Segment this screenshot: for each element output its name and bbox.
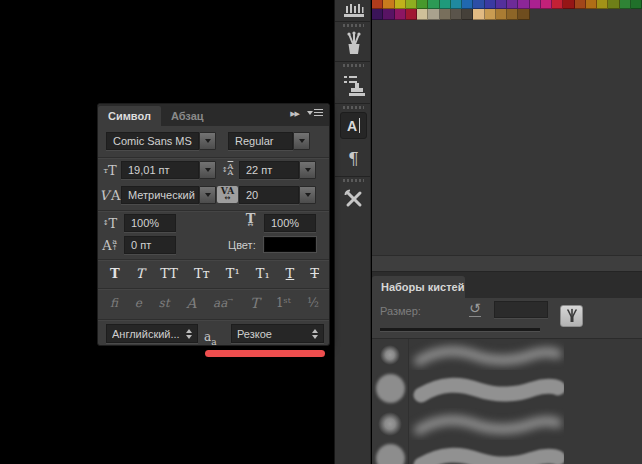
- superscript-button[interactable]: T¹: [226, 264, 240, 284]
- horizontal-scale-field[interactable]: 100%: [264, 214, 316, 232]
- brush-presets-dock-icon[interactable]: [335, 1, 372, 20]
- discretionary-ligatures-button[interactable]: st: [159, 296, 170, 310]
- color-swatch[interactable]: [383, 9, 394, 20]
- faux-italic-button[interactable]: T: [136, 264, 145, 284]
- brush-panel-dock-icon[interactable]: [335, 30, 372, 58]
- color-swatch[interactable]: [507, 9, 518, 20]
- color-swatch[interactable]: [473, 0, 484, 9]
- kerning-icon[interactable]: VA: [100, 186, 120, 204]
- brush-size-slider[interactable]: [380, 328, 540, 331]
- color-swatch[interactable]: [440, 9, 451, 20]
- color-swatch[interactable]: [372, 9, 383, 20]
- font-style-field[interactable]: Regular: [228, 132, 293, 150]
- paragraph-panel-dock-icon[interactable]: ¶: [335, 145, 372, 171]
- text-color-swatch[interactable]: [264, 237, 316, 252]
- tracking-dropdown-button[interactable]: [299, 186, 316, 204]
- leading-icon[interactable]: ↕AA: [217, 160, 238, 179]
- faux-bold-button[interactable]: T: [110, 264, 120, 284]
- titling-alternates-button[interactable]: T: [250, 295, 259, 311]
- subscript-button[interactable]: T₁: [256, 264, 270, 284]
- ligatures-button[interactable]: fi: [110, 296, 118, 310]
- color-swatch[interactable]: [530, 0, 541, 9]
- color-swatch[interactable]: [395, 0, 406, 9]
- underline-button[interactable]: T: [286, 264, 295, 284]
- brush-preset-row[interactable]: [372, 339, 642, 370]
- color-swatch[interactable]: [496, 0, 507, 9]
- color-swatch[interactable]: [406, 0, 417, 9]
- color-swatch[interactable]: [395, 9, 406, 20]
- font-size-field[interactable]: 19,01 пт: [121, 161, 199, 179]
- color-swatch[interactable]: [507, 0, 518, 9]
- character-panel-dock-icon[interactable]: A: [340, 112, 367, 139]
- kerning-field[interactable]: Метрический: [121, 186, 199, 204]
- color-swatch[interactable]: [518, 9, 529, 20]
- color-swatch[interactable]: [451, 9, 462, 20]
- brush-preset-row[interactable]: [372, 370, 642, 407]
- color-swatch[interactable]: [485, 9, 496, 20]
- color-swatch[interactable]: [451, 0, 462, 9]
- brush-size-input[interactable]: [494, 301, 548, 318]
- leading-dropdown-button[interactable]: [299, 161, 316, 179]
- all-caps-button[interactable]: TT: [160, 264, 178, 284]
- dock-grip[interactable]: [343, 106, 364, 109]
- leading-field[interactable]: 22 пт: [239, 161, 299, 179]
- clone-source-dock-icon[interactable]: [335, 71, 372, 100]
- color-swatch[interactable]: [462, 9, 473, 20]
- tab-character[interactable]: Символ: [98, 106, 161, 126]
- color-swatch[interactable]: [552, 0, 563, 9]
- reset-size-icon[interactable]: ↺: [469, 301, 481, 317]
- color-swatch[interactable]: [372, 0, 383, 9]
- tracking-icon[interactable]: VA↔: [217, 186, 238, 203]
- anti-alias-dropdown[interactable]: Резкое: [231, 324, 324, 343]
- panel-menu-icon[interactable]: [307, 109, 323, 116]
- color-swatch[interactable]: [417, 9, 428, 20]
- color-swatch[interactable]: [563, 0, 574, 9]
- font-family-field[interactable]: Comic Sans MS: [106, 132, 199, 150]
- swash-button[interactable]: A: [186, 295, 196, 311]
- baseline-shift-icon[interactable]: Aa↑: [100, 236, 120, 254]
- vertical-scale-field[interactable]: 100%: [124, 214, 176, 232]
- small-caps-button[interactable]: Tт: [194, 264, 210, 284]
- color-swatch[interactable]: [428, 9, 439, 20]
- dock-grip[interactable]: [343, 24, 364, 27]
- tab-paragraph[interactable]: Абзац: [161, 106, 214, 126]
- brush-preset-row[interactable]: [372, 440, 642, 464]
- dock-grip[interactable]: [343, 64, 364, 67]
- collapse-to-icons-icon[interactable]: ▶▶: [290, 110, 299, 118]
- tracking-field[interactable]: 20: [239, 186, 299, 204]
- color-swatch[interactable]: [485, 0, 496, 9]
- font-style-dropdown-button[interactable]: [293, 132, 310, 150]
- color-swatch[interactable]: [496, 9, 507, 20]
- ordinals-button[interactable]: 1ˢᵗ: [276, 296, 291, 310]
- fractions-button[interactable]: ½: [307, 296, 319, 310]
- vertical-scale-icon[interactable]: ↕T: [100, 214, 120, 232]
- stylistic-alternates-button[interactable]: aa: [213, 296, 233, 310]
- color-swatch[interactable]: [462, 0, 473, 9]
- font-size-dropdown-button[interactable]: [199, 161, 216, 179]
- strikethrough-button[interactable]: T: [310, 264, 319, 284]
- font-family-dropdown-button[interactable]: [199, 132, 216, 150]
- color-swatch[interactable]: [608, 0, 619, 9]
- color-swatch[interactable]: [541, 0, 552, 9]
- color-swatch[interactable]: [575, 0, 586, 9]
- color-swatch[interactable]: [406, 9, 417, 20]
- color-swatch[interactable]: [586, 0, 597, 9]
- baseline-shift-field[interactable]: 0 пт: [124, 236, 176, 254]
- brush-preset-row[interactable]: [372, 407, 642, 440]
- panel-resize-gutter[interactable]: [372, 255, 642, 272]
- tab-brush-presets[interactable]: Наборы кистей: [372, 276, 465, 298]
- tool-presets-dock-icon[interactable]: [335, 186, 372, 212]
- contextual-alternates-button[interactable]: e: [135, 296, 142, 310]
- color-swatch[interactable]: [518, 0, 529, 9]
- color-swatch[interactable]: [417, 0, 428, 9]
- horizontal-scale-icon[interactable]: T↔: [240, 212, 261, 232]
- color-swatch[interactable]: [428, 0, 439, 9]
- font-size-icon[interactable]: тT: [100, 161, 120, 179]
- color-swatch[interactable]: [597, 0, 608, 9]
- color-swatch[interactable]: [440, 0, 451, 9]
- color-swatch[interactable]: [473, 9, 484, 20]
- color-swatch[interactable]: [631, 0, 642, 9]
- dock-grip[interactable]: [343, 179, 364, 182]
- color-swatch[interactable]: [383, 0, 394, 9]
- brush-stroke-preview-toggle[interactable]: [560, 305, 583, 327]
